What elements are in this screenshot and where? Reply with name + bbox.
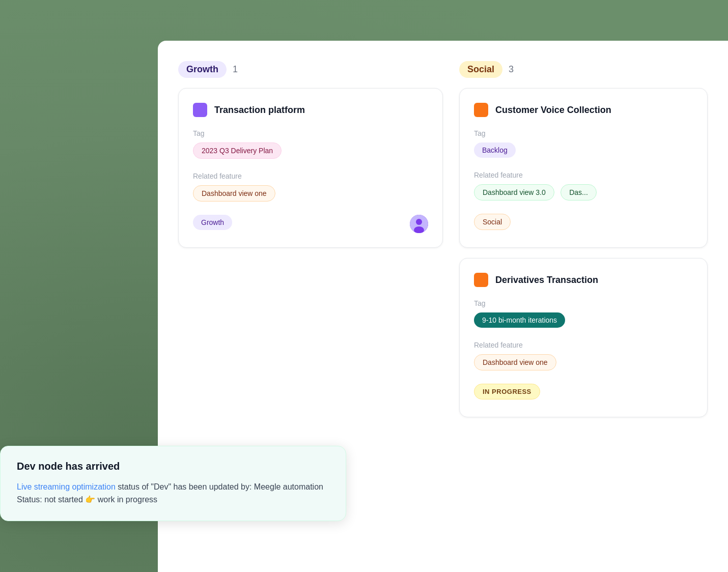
growth-tag[interactable]: Growth [178, 61, 227, 78]
card-title: Transaction platform [214, 105, 305, 116]
column-header-growth: Growth 1 [178, 61, 443, 78]
status-in-progress[interactable]: IN PROGRESS [474, 384, 540, 399]
social-tag[interactable]: Social [459, 61, 502, 78]
notification-link[interactable]: Live streaming optimization [17, 482, 116, 491]
tag-section: Tag 2023 Q3 Delivery Plan [193, 129, 428, 162]
tag-pill-iterations[interactable]: 9-10 bi-month iterations [474, 312, 565, 328]
tag-label-cv: Tag [474, 129, 693, 137]
svg-point-1 [416, 219, 422, 225]
card-icon-orange-2 [474, 273, 488, 287]
notification-popup: Dev node has arrived Live streaming opti… [0, 446, 346, 521]
social-count: 3 [509, 64, 514, 75]
notification-title: Dev node has arrived [17, 461, 329, 472]
tag-pill-delivery[interactable]: 2023 Q3 Delivery Plan [193, 142, 282, 159]
related-feature-pill[interactable]: Dashboard view one [193, 185, 275, 202]
avatar-inner [410, 215, 428, 233]
transaction-platform-card[interactable]: Transaction platform Tag 2023 Q3 Deliver… [178, 88, 443, 248]
card-title-cv: Customer Voice Collection [495, 105, 611, 116]
team-tag-social[interactable]: Social [474, 214, 511, 230]
related-feature-label-deriv: Related feature [474, 341, 693, 349]
notification-status-text: Status: not started 👉 work in progress [17, 495, 157, 504]
team-tag-row: Social [474, 214, 693, 233]
tag-section-deriv: Tag 9-10 bi-month iterations [474, 299, 693, 331]
column-social: Social 3 Customer Voice Collection Tag B… [459, 61, 708, 572]
related-feature-label-cv: Related feature [474, 171, 693, 179]
tag-pill-backlog[interactable]: Backlog [474, 142, 516, 158]
tag-label: Tag [193, 129, 428, 137]
column-header-social: Social 3 [459, 61, 708, 78]
card-footer: Growth [193, 215, 428, 233]
card-header: Transaction platform [193, 103, 428, 117]
card-header-cv: Customer Voice Collection [474, 103, 693, 117]
notification-body: Live streaming optimization status of "D… [17, 480, 329, 506]
related-feature-pill-1[interactable]: Dashboard view 3.0 [474, 184, 554, 201]
related-feature-label: Related feature [193, 172, 428, 180]
card-icon-purple [193, 103, 207, 117]
related-feature-pill-deriv[interactable]: Dashboard view one [474, 354, 556, 370]
avatar-image [410, 215, 428, 233]
social-cards-stack: Customer Voice Collection Tag Backlog Re… [459, 88, 708, 417]
team-tag-growth[interactable]: Growth [193, 215, 232, 230]
card-header-deriv: Derivatives Transaction [474, 273, 693, 287]
card-icon-orange-1 [474, 103, 488, 117]
customer-voice-card[interactable]: Customer Voice Collection Tag Backlog Re… [459, 88, 708, 248]
related-feature-section: Related feature Dashboard view one [193, 172, 428, 205]
avatar [410, 215, 428, 233]
growth-count: 1 [233, 64, 238, 75]
card-title-deriv: Derivatives Transaction [495, 275, 598, 285]
related-feature-pill-2[interactable]: Das... [561, 184, 597, 201]
related-feature-section-cv: Related feature Dashboard view 3.0 Das..… [474, 171, 693, 204]
notification-body-text: status of "Dev" has been updated by: Mee… [116, 482, 323, 491]
derivatives-card[interactable]: Derivatives Transaction Tag 9-10 bi-mont… [459, 258, 708, 417]
status-tag-row: IN PROGRESS [474, 384, 693, 403]
related-feature-section-deriv: Related feature Dashboard view one [474, 341, 693, 374]
tag-label-deriv: Tag [474, 299, 693, 307]
tag-section-cv: Tag Backlog [474, 129, 693, 161]
